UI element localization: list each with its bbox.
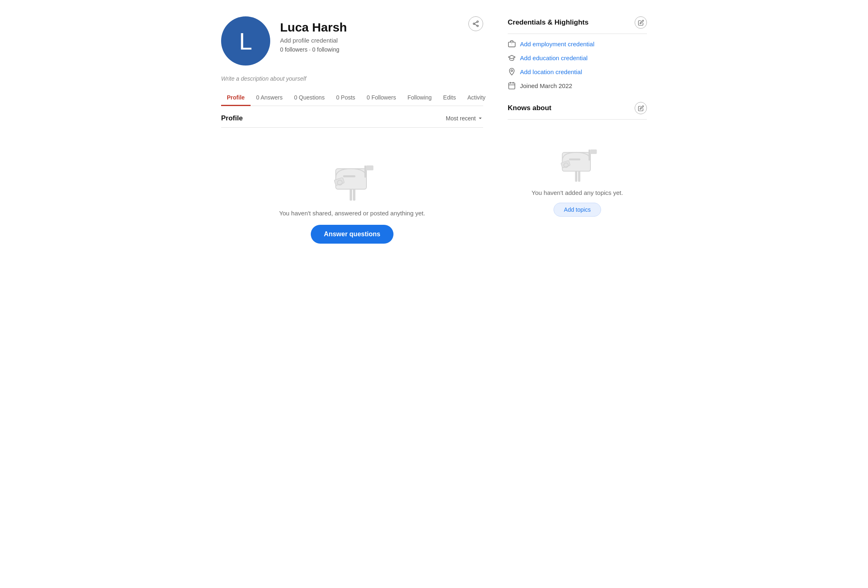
credentials-title: Credentials & Highlights <box>508 18 588 27</box>
svg-rect-16 <box>509 83 515 89</box>
profile-info: Luca Harsh Add profile credential 0 foll… <box>280 16 483 53</box>
svg-rect-27 <box>569 158 581 161</box>
location-icon <box>508 68 516 76</box>
pencil-icon-2 <box>638 105 644 111</box>
tab-questions[interactable]: 0 Questions <box>288 90 330 106</box>
briefcase-icon <box>508 40 516 48</box>
tab-profile[interactable]: Profile <box>221 90 251 106</box>
svg-rect-13 <box>509 42 515 47</box>
tab-edits[interactable]: Edits <box>437 90 461 106</box>
credentials-section: Credentials & Highlights Add employment … <box>508 16 647 90</box>
svg-rect-11 <box>366 165 373 170</box>
right-column: Credentials & Highlights Add employment … <box>508 16 647 260</box>
sort-button[interactable]: Most recent <box>446 115 483 122</box>
knows-empty-text: You haven't added any topics yet. <box>531 189 623 196</box>
credentials-edit-button[interactable] <box>635 16 647 29</box>
sort-label: Most recent <box>446 115 476 122</box>
add-education-link[interactable]: Add education credential <box>520 54 588 61</box>
svg-line-3 <box>475 24 477 25</box>
section-title: Profile <box>221 114 243 122</box>
knows-empty-state: You haven't added any topics yet. Add to… <box>508 125 647 225</box>
joined-date: Joined March 2022 <box>508 81 647 90</box>
empty-text: You haven't shared, answered or posted a… <box>279 210 425 217</box>
profile-stats: 0 followers · 0 following <box>280 46 483 53</box>
add-topics-button[interactable]: Add topics <box>554 203 601 217</box>
profile-description[interactable]: Write a description about yourself <box>221 75 483 82</box>
tab-followers[interactable]: 0 Followers <box>361 90 402 106</box>
svg-point-15 <box>511 70 513 71</box>
profile-name: Luca Harsh <box>280 20 483 34</box>
knows-title: Knows about <box>508 104 552 112</box>
employment-credential[interactable]: Add employment credential <box>508 40 647 48</box>
knows-edit-button[interactable] <box>635 102 647 114</box>
svg-line-4 <box>475 22 477 23</box>
mailbox-illustration <box>328 148 377 201</box>
graduation-icon <box>508 54 516 62</box>
svg-rect-26 <box>590 149 597 154</box>
chevron-down-icon <box>477 115 483 121</box>
add-location-link[interactable]: Add location credential <box>520 68 582 75</box>
avatar: L <box>221 16 270 66</box>
add-employment-link[interactable]: Add employment credential <box>520 41 594 47</box>
knows-about-section: Knows about <box>508 102 647 225</box>
education-credential[interactable]: Add education credential <box>508 54 647 62</box>
svg-rect-12 <box>343 175 355 177</box>
section-header: Profile Most recent <box>221 114 483 122</box>
joined-text: Joined March 2022 <box>520 82 572 89</box>
svg-rect-10 <box>364 165 366 178</box>
left-column: L Luca Harsh Add profile credential 0 fo… <box>221 16 483 260</box>
calendar-icon <box>508 81 516 90</box>
page-wrapper: L Luca Harsh Add profile credential 0 fo… <box>209 0 659 276</box>
tab-following[interactable]: Following <box>402 90 437 106</box>
tab-answers[interactable]: 0 Answers <box>251 90 289 106</box>
answer-questions-button[interactable]: Answer questions <box>311 225 393 244</box>
share-button[interactable] <box>468 16 483 31</box>
section-divider <box>221 127 483 128</box>
credentials-header: Credentials & Highlights <box>508 16 647 34</box>
knows-mailbox-illustration <box>555 133 600 183</box>
svg-rect-25 <box>589 149 590 161</box>
pencil-icon <box>638 20 644 26</box>
tab-activity[interactable]: Activity <box>461 90 491 106</box>
empty-state: You haven't shared, answered or posted a… <box>221 132 483 260</box>
tab-posts[interactable]: 0 Posts <box>330 90 361 106</box>
add-profile-credential[interactable]: Add profile credential <box>280 37 483 44</box>
profile-header: L Luca Harsh Add profile credential 0 fo… <box>221 16 483 66</box>
avatar-letter: L <box>239 27 252 55</box>
knows-header: Knows about <box>508 102 647 120</box>
share-icon <box>472 20 479 27</box>
profile-tabs: Profile 0 Answers 0 Questions 0 Posts 0 … <box>221 90 483 106</box>
location-credential[interactable]: Add location credential <box>508 68 647 76</box>
